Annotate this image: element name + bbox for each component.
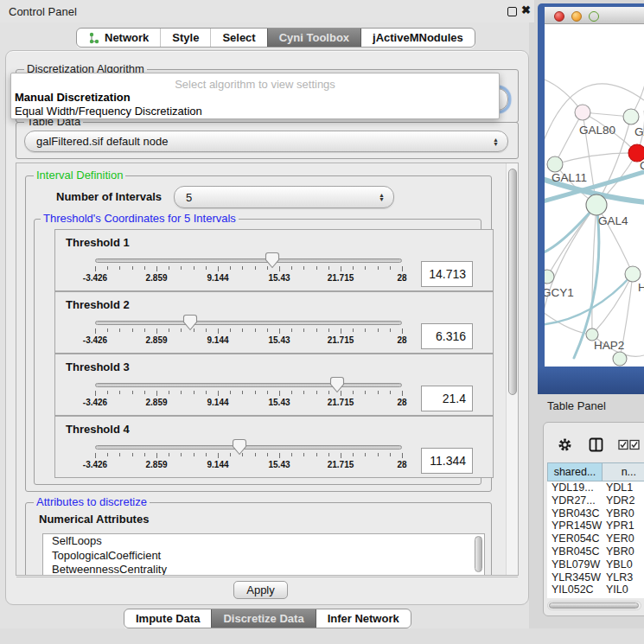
float-panel-icon[interactable] <box>507 7 517 16</box>
cell-shared-name[interactable]: YER054C <box>552 532 600 545</box>
tick-mark <box>132 328 133 332</box>
cell-name[interactable]: YDR2 <box>606 494 634 507</box>
column-header-name[interactable]: n... <box>603 462 644 481</box>
network-node[interactable] <box>586 194 607 215</box>
network-node[interactable] <box>547 156 563 172</box>
cell-name[interactable]: YDL1 <box>606 481 633 494</box>
column-layout-icon[interactable] <box>589 437 603 452</box>
combo-stepper-icon: ▲▼ <box>379 193 385 201</box>
number-of-intervals-combobox[interactable]: 5 ▲▼ <box>174 186 394 208</box>
threshold-value-field[interactable]: 11.344 <box>421 448 473 474</box>
network-node[interactable] <box>545 270 554 284</box>
cell-shared-name[interactable]: YBL079W <box>552 558 600 571</box>
apply-button[interactable]: Apply <box>233 581 288 599</box>
network-edge[interactable] <box>555 153 637 164</box>
table-row[interactable]: YBR045CYBR0 <box>547 545 644 558</box>
network-canvas[interactable]: GAL80GACGAL11GAL4GCY1HHAP2 <box>545 24 644 367</box>
table-row[interactable]: YPR145WYPR1 <box>547 520 644 532</box>
settings-scrollbar-track[interactable] <box>506 163 518 576</box>
attributes-group-title: Attributes to discretize <box>34 496 150 508</box>
slider-track[interactable] <box>95 321 402 325</box>
numerical-attributes-heading: Numerical Attributes <box>39 513 149 526</box>
tab-discretize-data[interactable]: Discretize Data <box>211 609 315 628</box>
cell-name[interactable]: YBL0 <box>606 558 633 571</box>
tab-cyni-toolbox[interactable]: Cyni Toolbox <box>267 29 360 47</box>
combo-stepper-icon: ▲▼ <box>493 137 499 146</box>
cell-name[interactable]: YER0 <box>606 532 634 545</box>
slider-track[interactable] <box>95 383 402 387</box>
slider-track[interactable] <box>95 258 402 263</box>
cell-shared-name[interactable]: YDL19... <box>552 481 594 494</box>
tab-jactivemnodules[interactable]: jActiveMNodules <box>360 29 475 47</box>
zoom-window-icon[interactable] <box>589 11 599 22</box>
network-node[interactable] <box>625 266 641 282</box>
table-row[interactable]: YDL19...YDL1 <box>547 481 644 494</box>
cell-shared-name[interactable]: YBR043C <box>552 507 600 520</box>
threshold-value-field[interactable]: 14.713 <box>421 261 473 287</box>
cell-shared-name[interactable]: YLR345W <box>552 571 601 583</box>
cell-name[interactable]: YBR0 <box>606 507 634 520</box>
network-node[interactable] <box>623 109 639 124</box>
table-row[interactable]: YDR27...YDR2 <box>547 494 644 507</box>
tick-mark <box>194 266 194 270</box>
cell-name[interactable]: YPR1 <box>606 520 634 532</box>
tick-label: 9.144 <box>207 273 228 283</box>
cell-name[interactable]: YIL0 <box>606 583 628 596</box>
cell-shared-name[interactable]: YIL052C <box>552 583 594 596</box>
close-window-icon[interactable] <box>554 11 564 22</box>
threshold-label: Threshold 4 <box>66 423 130 436</box>
network-node[interactable] <box>613 352 627 366</box>
algorithm-option-manual[interactable]: Manual Discretization <box>14 91 498 104</box>
attribute-list-item[interactable]: SelfLoops <box>43 534 484 549</box>
minimize-window-icon[interactable] <box>571 11 582 22</box>
tab-style[interactable]: Style <box>160 29 210 47</box>
tick-mark <box>119 266 120 270</box>
network-edge[interactable] <box>592 205 596 335</box>
table-horizontal-scrollbar[interactable] <box>547 601 641 610</box>
tick-mark <box>144 328 145 332</box>
tick-mark <box>390 328 391 332</box>
close-panel-icon[interactable]: ✖ <box>521 3 531 16</box>
tick-mark <box>255 328 256 332</box>
tick-mark <box>206 266 207 270</box>
table-row[interactable]: YER054CYER0 <box>547 532 644 545</box>
cell-name[interactable]: YBR0 <box>606 545 634 558</box>
control-panel-titlebar: Control Panel ✖ <box>0 0 534 22</box>
column-header-shared-name[interactable]: shared... <box>547 462 603 481</box>
tab-network[interactable]: Network <box>77 29 160 47</box>
table-row[interactable]: YIL052CYIL0 <box>547 583 644 596</box>
tab-impute-data[interactable]: Impute Data <box>124 609 211 628</box>
tab-label: Cyni Toolbox <box>279 31 349 44</box>
cell-shared-name[interactable]: YBR045C <box>552 545 600 558</box>
table-row[interactable]: YLR345WYLR3 <box>547 571 644 584</box>
select-columns-checkboxes-icon[interactable] <box>618 439 641 450</box>
tab-infer-network[interactable]: Infer Network <box>316 609 411 628</box>
tick-mark <box>365 391 366 394</box>
tick-mark <box>194 328 194 332</box>
table-settings-gear-icon[interactable] <box>558 437 572 452</box>
network-window-titlebar[interactable] <box>545 7 644 24</box>
cell-shared-name[interactable]: YPR145W <box>552 520 602 532</box>
attributes-list-scrollbar[interactable] <box>475 536 482 572</box>
attribute-list-item[interactable]: BetweennessCentrality <box>43 563 484 576</box>
threshold-value-field[interactable]: 6.316 <box>421 323 473 349</box>
cell-name[interactable]: YLR3 <box>606 571 633 583</box>
table-horizontal-scrollbar-thumb[interactable] <box>549 603 639 609</box>
tab-select[interactable]: Select <box>210 29 266 47</box>
attribute-list-item[interactable]: TopologicalCoefficient <box>43 549 484 564</box>
network-edge[interactable] <box>555 112 583 164</box>
cell-shared-name[interactable]: YDR27... <box>552 494 596 507</box>
table-row[interactable]: YBR043CYBR0 <box>547 507 644 520</box>
table-row[interactable]: YBL079WYBL0 <box>547 558 644 571</box>
algorithm-option-equal-width[interactable]: Equal Width/Frequency Discretization <box>14 105 498 118</box>
slider-track[interactable] <box>95 445 402 450</box>
network-node[interactable] <box>575 105 590 120</box>
tick-mark <box>267 266 268 270</box>
tick-mark <box>291 328 292 332</box>
settings-scrollbar-thumb[interactable] <box>508 169 517 395</box>
threshold-value-field[interactable]: 21.4 <box>421 386 473 411</box>
tick-mark <box>156 453 157 458</box>
tick-label: -3.426 <box>83 335 107 345</box>
tick-label: 28 <box>397 335 406 345</box>
table-data-combobox[interactable]: galFiltered.sif default node ▲▼ <box>24 131 508 152</box>
